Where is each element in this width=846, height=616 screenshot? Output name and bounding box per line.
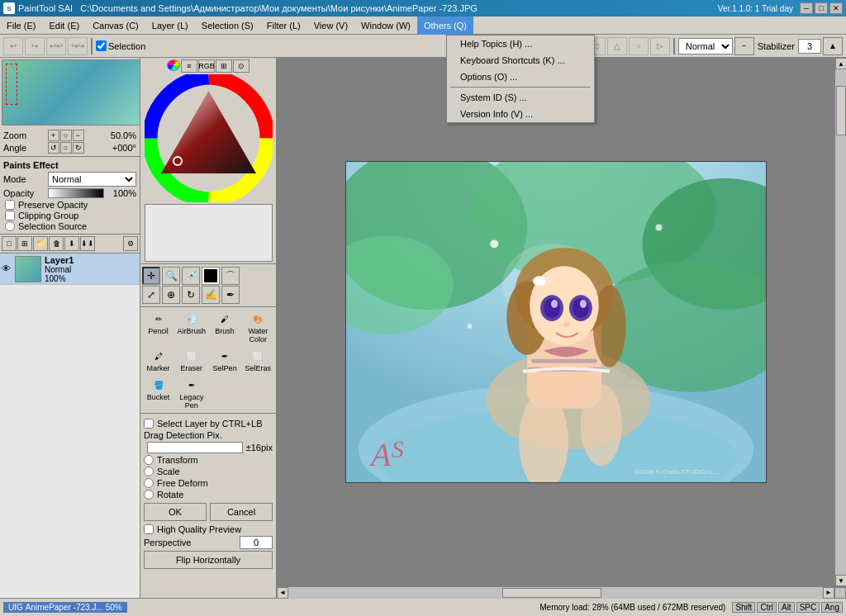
color-tab-sliders[interactable]: ≡ [181,59,197,73]
layer-item[interactable]: 👁 Layer1 Normal 100% [0,254,140,285]
canvas-area[interactable]: A S ©2006 KoCado-STUDIO/IL... [277,58,834,586]
toolbar-btn-1[interactable]: ↩ [3,37,23,55]
cancel-button[interactable]: Cancel [210,503,273,521]
hand-tool-btn[interactable]: ✍ [202,286,220,304]
menu-view[interactable]: View (V) [307,17,354,35]
eraser-tool[interactable]: ⬜ Eraser [175,346,207,374]
scroll-up-arrow[interactable]: ▲ [835,58,846,69]
toolbar-btn-3[interactable]: ↩↩ [46,37,66,55]
zoom-reset-btn[interactable]: ○ [60,130,72,141]
vscroll-track[interactable] [835,69,846,575]
opacity-label: Opacity [3,188,45,198]
minimize-button[interactable]: ─ [800,2,813,14]
pen-tool-btn[interactable]: ✒ [221,286,240,304]
perspective-input[interactable] [240,536,273,549]
brush-tool[interactable]: 🖌 Brush [209,309,241,345]
options-item[interactable]: Options (O) ... [447,69,594,85]
merge-layer-btn[interactable]: ⬇ [64,236,79,251]
angle-ccw-btn[interactable]: ↺ [48,142,59,154]
scroll-down-arrow[interactable]: ▼ [835,575,846,586]
angle-reset-btn[interactable]: ○ [60,142,72,154]
angle-cw-btn[interactable]: ↻ [73,142,84,154]
legacypen-tool[interactable]: ✒ Legacy Pen [175,375,207,411]
menu-layer[interactable]: Layer (L) [145,17,195,35]
toolbar-nav-3[interactable]: ○ [629,37,649,55]
keyboard-shortcuts-item[interactable]: Keyboard Shortcuts (K) ... [447,52,594,69]
menu-selection[interactable]: Selection (S) [195,17,260,35]
menu-edit[interactable]: Edit (E) [42,17,86,35]
toolbar-nav-4[interactable]: ▷ [650,37,670,55]
vscroll-thumb[interactable] [836,86,846,135]
free-deform-radio[interactable] [144,478,154,488]
stabilizer-input[interactable] [798,39,821,54]
copy-layer-btn[interactable]: ⊞ [17,236,32,251]
eyedropper-tool-btn[interactable]: 💉 [182,267,200,285]
close-button[interactable]: ✕ [829,2,843,14]
hscroll-track[interactable] [288,587,823,599]
statusbar-tab[interactable]: UfG AnimePaper -723.J... 50% [3,602,127,613]
menu-window[interactable]: Window (W) [354,17,417,35]
move-tool-btn[interactable]: ✛ [142,267,160,285]
layer-visibility-icon[interactable]: 👁 [2,263,13,275]
color-tab-grid[interactable]: ⊞ [216,59,232,73]
seleras-tool[interactable]: ⬜ SelEras [242,346,274,374]
ctrl-key: Ctrl [757,602,777,613]
menu-filter[interactable]: Filter (L) [260,17,307,35]
color-tab-custom[interactable]: ⊙ [233,59,250,73]
selpen-tool[interactable]: ✒ SelPen [209,346,241,374]
toolbar-btn-4[interactable]: ↪↪ [68,37,88,55]
bucket-tool[interactable]: 🪣 Bucket [142,375,174,411]
swatches-area[interactable] [145,204,273,262]
marker-tool[interactable]: 🖍 Marker [142,346,174,374]
toolbar-btn-2[interactable]: ↪ [25,37,45,55]
toolbar-nav-2[interactable]: △ [607,37,627,55]
selection-checkbox[interactable] [96,40,107,51]
high-quality-checkbox[interactable] [144,524,154,534]
menu-others[interactable]: Others (Q) [417,17,473,35]
system-id-item[interactable]: System ID (S) ... [447,89,594,106]
color-tab-wheel[interactable] [167,59,180,71]
color-wheel-container[interactable] [145,74,273,202]
rotate-radio[interactable] [144,490,154,500]
color-wheel-svg[interactable] [145,74,273,202]
version-info-item[interactable]: Version Info (V) ... [447,106,594,122]
ok-button[interactable]: OK [144,503,207,521]
maximize-button[interactable]: □ [815,2,828,14]
new-layer-btn[interactable]: □ [2,236,17,251]
clipping-group-checkbox[interactable] [5,211,15,220]
zoom-in-btn[interactable]: + [48,130,59,141]
select-layer-checkbox[interactable] [144,419,154,429]
hscroll-right-arrow[interactable]: ► [823,587,834,599]
selection-source-radio[interactable] [5,221,15,231]
lasso-tool-btn[interactable]: ⌒ [221,267,240,285]
zoom-out-btn[interactable]: − [73,130,84,141]
merge-all-btn[interactable]: ⬇⬇ [80,236,95,251]
toolbar-minus-btn[interactable]: − [734,37,754,55]
opacity-bar[interactable] [48,188,104,198]
transform-radio[interactable] [144,455,154,465]
delete-layer-btn[interactable]: 🗑 [49,236,64,251]
menu-file[interactable]: File (E) [0,17,42,35]
help-topics-item[interactable]: Help Topics (H) ... [447,36,594,52]
scale-radio[interactable] [144,467,154,476]
rotate-tool-btn[interactable]: ↻ [182,286,200,304]
bucket-icon: 🪣 [147,377,170,393]
pencil-tool[interactable]: ✏ Pencil [142,309,174,345]
color-tab-rgb[interactable]: RGB [198,59,215,73]
magnify-tool-btn[interactable]: ⊕ [162,286,180,304]
normal-mode-select[interactable]: Normal [678,38,733,54]
airbrush-tool[interactable]: 💨 AirBrush [175,309,207,345]
stabilizer-up-btn[interactable]: ▲ [823,37,843,55]
watercolor-tool[interactable]: 🎨 Water Color [242,309,274,345]
hscroll-left-arrow[interactable]: ◄ [277,587,288,599]
preserve-opacity-checkbox[interactable] [5,200,15,210]
menu-canvas[interactable]: Canvas (C) [86,17,145,35]
zoom-tool-btn[interactable]: 🔍 [162,267,180,285]
drag-slider[interactable] [147,442,243,453]
mode-select[interactable]: Normal [48,172,136,187]
layer-settings-btn[interactable]: ⚙ [123,236,138,251]
folder-layer-btn[interactable]: 📁 [33,236,48,251]
transform-tool-btn[interactable]: ⤢ [142,286,160,304]
hscroll-thumb[interactable] [502,588,601,598]
flip-horizontal-btn[interactable]: Flip Horizontally [144,551,273,569]
